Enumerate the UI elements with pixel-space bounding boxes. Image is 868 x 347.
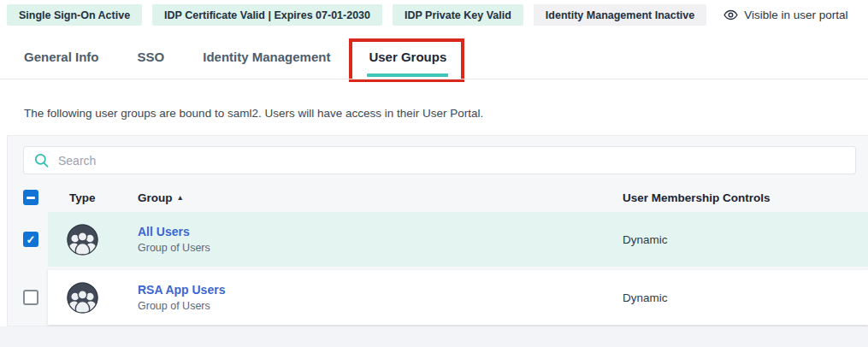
eye-icon <box>723 8 738 22</box>
tab-bar: General Info SSO Identity Management Use… <box>24 50 446 64</box>
search-icon <box>33 152 50 168</box>
search-box[interactable] <box>23 146 856 174</box>
column-header-controls: User Membership Controls <box>623 191 868 204</box>
tab-user-groups-label: User Groups <box>369 50 446 64</box>
user-group-avatar <box>48 224 116 256</box>
row-card-rsa-app-users[interactable]: RSA App Users Group of Users Dynamic <box>48 270 868 325</box>
membership-controls-value: Dynamic <box>623 233 868 246</box>
table-row: All Users Group of Users Dynamic <box>8 212 868 267</box>
page-background-strip <box>0 326 868 347</box>
status-badge-identity-management: Identity Management Inactive <box>534 4 706 26</box>
column-header-group[interactable]: Group▲ <box>116 191 623 204</box>
row-checkbox-rsa-app-users[interactable] <box>23 290 38 305</box>
select-all-checkbox[interactable] <box>23 190 38 205</box>
status-badge-sso-active: Single Sign-On Active <box>7 4 142 26</box>
active-tab-underline <box>367 74 448 77</box>
bound-groups-description: The following user groups are bound to s… <box>24 107 483 120</box>
tab-general-info[interactable]: General Info <box>24 50 99 64</box>
user-portal-visibility: Visible in user portal <box>723 8 847 22</box>
tab-identity-management[interactable]: Identity Management <box>203 50 330 64</box>
table-row: RSA App Users Group of Users Dynamic <box>8 270 868 325</box>
user-group-avatar <box>48 282 116 314</box>
membership-controls-value: Dynamic <box>623 291 868 304</box>
group-subtitle: Group of Users <box>138 300 623 312</box>
tabs-divider <box>0 79 868 79</box>
table-header-row: Type Group▲ User Membership Controls <box>8 183 868 212</box>
status-bar: Single Sign-On Active IDP Certificate Va… <box>7 4 861 26</box>
user-groups-table: Type Group▲ User Membership Controls <box>8 183 868 326</box>
group-link-all-users[interactable]: All Users <box>138 225 623 238</box>
status-badge-idp-private-key: IDP Private Key Valid <box>393 4 523 26</box>
visibility-label: Visible in user portal <box>744 9 847 21</box>
group-header-label: Group <box>138 191 173 204</box>
group-link-rsa-app-users[interactable]: RSA App Users <box>138 283 623 297</box>
row-card-all-users[interactable]: All Users Group of Users Dynamic <box>48 212 868 267</box>
column-header-type: Type <box>48 191 116 204</box>
status-badge-idp-certificate: IDP Certificate Valid | Expires 07-01-20… <box>152 4 382 26</box>
row-checkbox-all-users[interactable] <box>23 232 38 247</box>
search-input[interactable] <box>58 154 846 168</box>
user-groups-panel: Type Group▲ User Membership Controls <box>7 135 868 326</box>
sort-asc-icon: ▲ <box>177 193 184 202</box>
tab-user-groups[interactable]: User Groups <box>369 50 446 64</box>
tab-sso[interactable]: SSO <box>138 50 165 64</box>
group-subtitle: Group of Users <box>138 242 623 254</box>
